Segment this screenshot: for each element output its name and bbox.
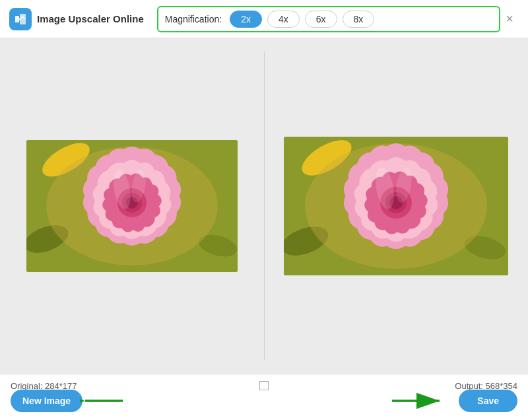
main-content [0, 38, 528, 374]
output-image [284, 137, 508, 275]
mag-4x-button[interactable]: 4x [267, 11, 300, 28]
magnification-label: Magnification: [165, 14, 222, 24]
original-image-panel [0, 38, 264, 374]
magnification-control: Magnification: 2x 4x 6x 8x [157, 6, 501, 32]
output-image-panel [265, 38, 529, 374]
new-image-button[interactable]: New Image [11, 390, 82, 412]
center-square-icon [259, 381, 269, 390]
footer: Original: 284*177 Output: 568*354 New Im… [0, 374, 528, 420]
close-button[interactable]: × [500, 9, 519, 29]
mag-6x-button[interactable]: 6x [305, 11, 337, 28]
mag-8x-button[interactable]: 8x [343, 11, 375, 28]
original-image [26, 140, 238, 272]
logo-area: Image Upscaler Online [9, 8, 144, 30]
mag-2x-button[interactable]: 2x [230, 11, 262, 28]
save-arrow-icon [392, 389, 445, 413]
new-image-arrow-icon [80, 389, 126, 413]
app-title: Image Upscaler Online [37, 13, 144, 24]
save-area: Save [459, 390, 517, 412]
new-image-area: New Image [11, 390, 82, 412]
save-button[interactable]: Save [459, 390, 517, 412]
app-logo-icon [9, 8, 32, 30]
footer-actions: New Image Sa [0, 390, 528, 412]
app-header: Image Upscaler Online Magnification: 2x … [0, 0, 528, 38]
svg-rect-1 [15, 16, 19, 22]
